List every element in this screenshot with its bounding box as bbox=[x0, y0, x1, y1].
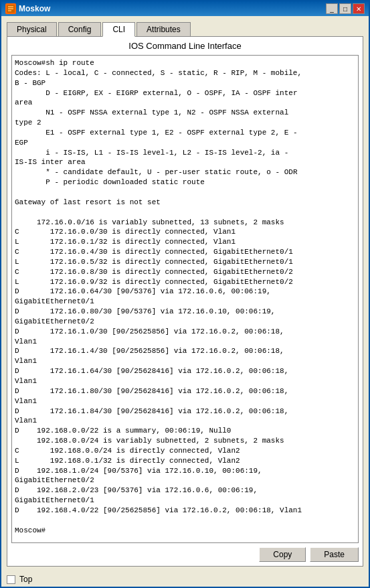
titlebar-controls: _ □ ✕ bbox=[326, 3, 365, 14]
minimize-button[interactable]: _ bbox=[326, 3, 338, 14]
button-row: Copy Paste bbox=[11, 547, 359, 562]
maximize-button[interactable]: □ bbox=[339, 3, 351, 14]
copy-button[interactable]: Copy bbox=[259, 547, 306, 562]
cli-panel: IOS Command Line Interface Moscow#sh ip … bbox=[7, 36, 363, 567]
cli-output[interactable]: Moscow#sh ip route Codes: L - local, C -… bbox=[12, 56, 358, 538]
titlebar-left: Moskow bbox=[5, 3, 50, 14]
svg-rect-3 bbox=[8, 10, 11, 11]
top-label: Top bbox=[19, 575, 32, 584]
svg-rect-1 bbox=[8, 6, 13, 7]
paste-button[interactable]: Paste bbox=[310, 547, 359, 562]
bottom-bar: Top bbox=[1, 572, 369, 587]
titlebar: Moskow _ □ ✕ bbox=[1, 1, 369, 16]
tab-attributes[interactable]: Attributes bbox=[136, 22, 191, 37]
main-window: Moskow _ □ ✕ Physical Config CLI Attribu… bbox=[0, 0, 370, 588]
window-title: Moskow bbox=[19, 4, 50, 13]
cli-container[interactable]: Moscow#sh ip route Codes: L - local, C -… bbox=[11, 55, 359, 543]
close-button[interactable]: ✕ bbox=[353, 3, 365, 14]
tab-config[interactable]: Config bbox=[58, 22, 102, 37]
tab-cli[interactable]: CLI bbox=[102, 22, 135, 37]
window-content: Physical Config CLI Attributes IOS Comma… bbox=[1, 16, 369, 572]
window-icon bbox=[5, 3, 16, 14]
panel-title: IOS Command Line Interface bbox=[11, 41, 359, 51]
tab-physical[interactable]: Physical bbox=[7, 22, 57, 37]
svg-rect-2 bbox=[8, 8, 13, 9]
top-checkbox[interactable] bbox=[7, 575, 15, 584]
tab-bar: Physical Config CLI Attributes bbox=[7, 21, 363, 36]
